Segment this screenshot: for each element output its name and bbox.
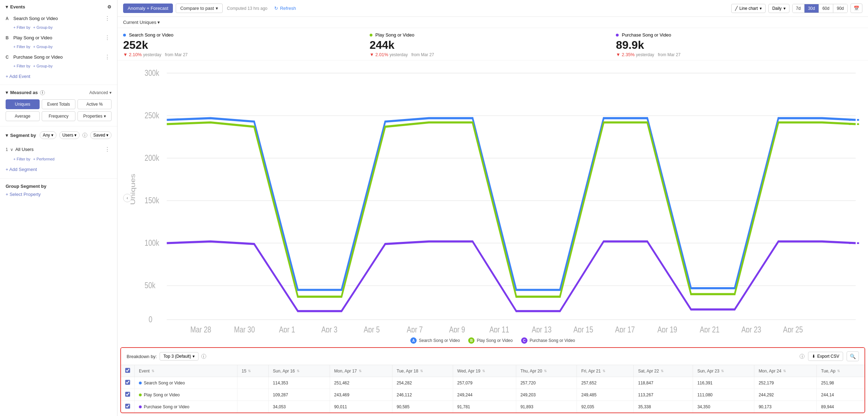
any-pill[interactable]: Any ▾ [40, 131, 56, 139]
th-apr23[interactable]: Sun, Apr 23⇅ [693, 365, 754, 377]
event-b-filter-btn[interactable]: + Filter by [13, 45, 31, 49]
advanced-label: Advanced [89, 90, 108, 95]
chevron-down-icon-measured: ▾ [6, 90, 8, 95]
x-label-apr25: Apr 25 [783, 325, 803, 332]
event-a-filter-btn[interactable]: + Filter by [13, 25, 31, 29]
advanced-button[interactable]: Advanced ▾ [89, 90, 112, 95]
th-apr25-partial[interactable]: Tue, Ap⇅ [817, 365, 864, 377]
legend-play: B Play Song or Video [468, 337, 513, 344]
th-apr22[interactable]: Sat, Apr 22⇅ [634, 365, 693, 377]
th-apr17[interactable]: Mon, Apr 17⇅ [330, 365, 392, 377]
breakdown-right-info-icon[interactable]: i [800, 354, 805, 359]
daily-button[interactable]: Daily ▾ [768, 4, 789, 13]
90d-button[interactable]: 90d [833, 4, 847, 13]
breakdown-left: Breakdown by: Top 3 (Default) ▾ i [127, 352, 206, 361]
event-b-groupby-btn[interactable]: + Group-by [33, 45, 53, 49]
event-totals-button[interactable]: Event Totals [42, 99, 76, 109]
select-property-button[interactable]: + Select Property [6, 192, 112, 197]
th-apr19[interactable]: Wed, Apr 19⇅ [453, 365, 516, 377]
current-uniques-label[interactable]: Current Uniques ▾ [123, 20, 160, 25]
settings-icon[interactable]: ⚙ [107, 4, 112, 9]
row2-apr24: 244,292 [754, 389, 817, 401]
event-a-groupby-btn[interactable]: + Group-by [33, 25, 53, 29]
y-label-150k: 150k [144, 196, 159, 205]
chart-prev-button[interactable]: ‹ [123, 194, 132, 202]
segment-all-users-row: 1 ∨ All Users ⋮ [6, 143, 112, 156]
add-event-button[interactable]: + Add Event [6, 71, 112, 80]
30d-button[interactable]: 30d [805, 4, 819, 13]
table-search-button[interactable]: 🔍 [847, 351, 859, 361]
th-event[interactable]: Event⇅ [135, 365, 237, 377]
row1-apr19: 257,079 [453, 377, 516, 389]
x-label-apr17: Apr 17 [615, 325, 635, 332]
saved-pill[interactable]: Saved ▾ [90, 131, 112, 139]
metric-card-play: Play Song or Video 244k ▼ 2.01% yesterda… [370, 32, 616, 57]
x-label-apr3: Apr 3 [321, 325, 337, 332]
breakdown-info-icon[interactable]: i [201, 354, 206, 359]
row1-apr21: 257,652 [577, 377, 634, 389]
segment-info-icon[interactable]: i [82, 133, 87, 138]
event-c-filter-btn[interactable]: + Filter by [13, 64, 31, 68]
th-apr21[interactable]: Fri, Apr 21⇅ [577, 365, 634, 377]
anomaly-forecast-button[interactable]: Anomaly + Forecast [123, 4, 173, 13]
event-c-groupby-btn[interactable]: + Group-by [33, 64, 53, 68]
row2-checkbox-cell[interactable] [121, 389, 135, 401]
segment-title-row: ▾ Segment by [6, 133, 36, 138]
average-button[interactable]: Average [6, 111, 40, 121]
th-apr24[interactable]: Mon, Apr 24⇅ [754, 365, 817, 377]
event-a-more-icon[interactable]: ⋮ [103, 15, 112, 22]
breakdown-select-button[interactable]: Top 3 (Default) ▾ [160, 352, 199, 361]
row2-apr18: 246,112 [392, 389, 453, 401]
compare-button[interactable]: Compare to past ▾ [176, 4, 223, 13]
active-percent-button[interactable]: Active % [78, 99, 112, 109]
event-b-letter: B [6, 35, 11, 40]
measured-info-icon[interactable]: i [40, 90, 45, 95]
events-header[interactable]: ▾ Events ⚙ [6, 4, 112, 9]
segment-header: ▾ Segment by Any ▾ Users ▾ i Saved ▾ [6, 131, 112, 139]
segment-arrow-icon[interactable]: ∨ [10, 147, 13, 152]
event-c-more-icon[interactable]: ⋮ [103, 54, 112, 60]
segment-filter-btn[interactable]: + Filter by [13, 157, 31, 161]
row3-checkbox-cell[interactable] [121, 401, 135, 413]
row1-checkbox[interactable] [125, 380, 130, 385]
th-apr18[interactable]: Tue, Apr 18⇅ [392, 365, 453, 377]
events-title: Events [10, 4, 25, 9]
users-pill[interactable]: Users ▾ [59, 131, 80, 139]
th-apr15[interactable]: 15⇅ [237, 365, 268, 377]
chevron-down-icon-segment: ▾ [6, 133, 8, 138]
row3-apr20: 91,893 [516, 401, 577, 413]
row2-apr22: 113,267 [634, 389, 693, 401]
event-c-letter: C [6, 55, 11, 60]
row3-apr25: 89,944 [817, 401, 864, 413]
7d-button[interactable]: 7d [793, 4, 805, 13]
properties-button[interactable]: Properties ▾ [78, 111, 112, 121]
segment-performed-btn[interactable]: + Performed [33, 157, 55, 161]
th-checkbox[interactable] [121, 365, 135, 377]
x-label-apr11: Apr 11 [489, 325, 509, 332]
60d-button[interactable]: 60d [819, 4, 833, 13]
segment-more-icon[interactable]: ⋮ [103, 146, 112, 153]
refresh-button[interactable]: ↻ Refresh [270, 4, 300, 13]
calendar-icon: 📅 [854, 6, 859, 11]
frequency-button[interactable]: Frequency [42, 111, 76, 121]
y-label-0: 0 [149, 315, 153, 324]
breakdown-label: Breakdown by: [127, 354, 157, 359]
row3-checkbox[interactable] [125, 404, 130, 409]
select-all-checkbox[interactable] [125, 368, 130, 373]
row2-checkbox[interactable] [125, 392, 130, 397]
chevron-down-icon-users: ▾ [74, 133, 76, 138]
time-range-group: 7d 30d 60d 90d [792, 4, 848, 13]
uniques-button[interactable]: Uniques [6, 99, 40, 109]
event-c-filters: + Filter by + Group-by [6, 62, 112, 71]
chevron-down-icon-chart: ▾ [760, 6, 762, 11]
event-b-name: Play Song or Video [13, 35, 52, 40]
event-b-more-icon[interactable]: ⋮ [103, 34, 112, 41]
th-apr16[interactable]: Sun, Apr 16⇅ [269, 365, 330, 377]
row1-checkbox-cell[interactable] [121, 377, 135, 389]
calendar-button[interactable]: 📅 [850, 4, 862, 13]
x-label-apr1: Apr 1 [279, 325, 295, 332]
export-csv-button[interactable]: ⬇ Export CSV [808, 352, 843, 361]
th-apr20[interactable]: Thu, Apr 20⇅ [516, 365, 577, 377]
chart-type-button[interactable]: ╱ Line chart ▾ [731, 4, 766, 13]
add-segment-button[interactable]: + Add Segment [6, 164, 112, 173]
